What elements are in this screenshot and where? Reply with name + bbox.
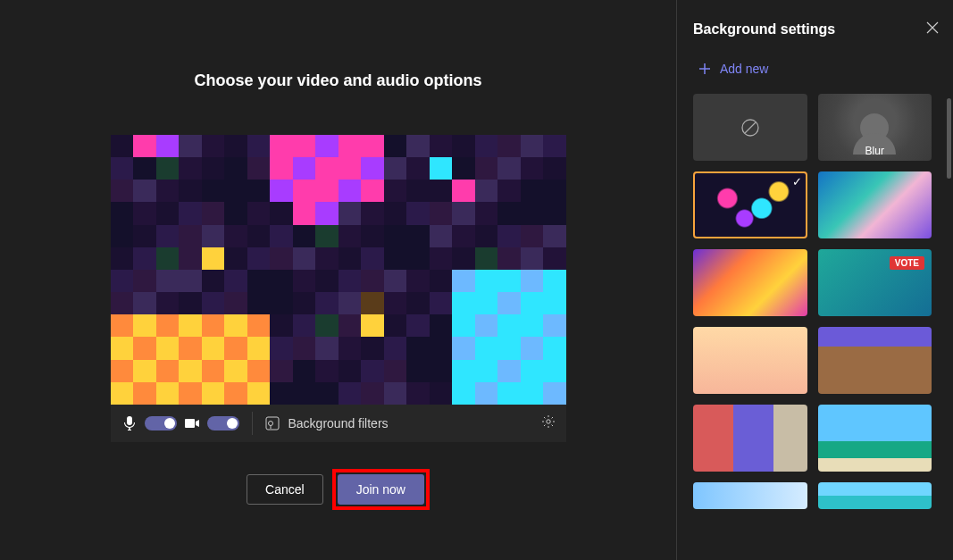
background-option-blur[interactable]: Blur (818, 94, 932, 161)
background-filters-label: Background filters (288, 416, 389, 430)
pre-join-screen: Choose your video and audio options Back… (0, 0, 676, 560)
join-now-highlight: Join now (332, 469, 430, 510)
divider (252, 412, 253, 435)
background-option-lagoon[interactable] (818, 482, 932, 509)
device-settings-button[interactable] (541, 414, 556, 432)
background-settings-panel: Background settings Add new Blur ✓ VOTE (676, 0, 953, 560)
background-option-sky[interactable] (693, 482, 807, 509)
background-option-hands[interactable] (693, 249, 807, 316)
close-panel-button[interactable] (926, 20, 939, 38)
gear-icon (541, 414, 556, 429)
join-now-button[interactable]: Join now (338, 474, 424, 505)
action-row: Cancel Join now (247, 469, 430, 510)
panel-scrollbar[interactable] (947, 98, 951, 179)
background-filters-icon (265, 416, 280, 430)
panel-title: Background settings (693, 21, 835, 38)
camera-toggle[interactable] (207, 416, 239, 430)
microphone-icon (121, 416, 138, 430)
checkmark-icon: ✓ (792, 175, 802, 188)
close-icon (926, 21, 939, 34)
background-grid: Blur ✓ VOTE (693, 94, 939, 509)
plus-icon (698, 63, 711, 75)
background-option-none[interactable] (693, 94, 807, 161)
video-preview (111, 135, 566, 405)
vote-badge: VOTE (890, 256, 924, 270)
background-option-cake[interactable] (693, 327, 807, 394)
avatar-silhouette-icon (860, 113, 889, 142)
background-filters-button[interactable]: Background filters (265, 416, 534, 430)
background-option-beach[interactable] (818, 405, 932, 472)
background-option-lights[interactable]: ✓ (693, 171, 807, 238)
svg-point-2 (546, 420, 549, 423)
panel-header: Background settings (693, 20, 939, 38)
background-option-wave[interactable] (818, 171, 932, 238)
add-new-label: Add new (720, 62, 768, 76)
camera-icon (184, 418, 200, 429)
background-option-vote[interactable]: VOTE (818, 249, 932, 316)
background-option-room[interactable] (818, 327, 932, 394)
preview-wrapper: Background filters (111, 135, 566, 442)
page-title: Choose your video and audio options (194, 71, 481, 90)
device-controls-bar: Background filters (111, 405, 566, 442)
background-option-office[interactable] (693, 405, 807, 472)
add-new-background-button[interactable]: Add new (693, 62, 939, 76)
microphone-toggle[interactable] (145, 416, 177, 430)
cancel-button[interactable]: Cancel (247, 474, 323, 505)
svg-point-1 (268, 422, 272, 426)
blur-label: Blur (865, 145, 884, 157)
none-icon (740, 118, 760, 138)
